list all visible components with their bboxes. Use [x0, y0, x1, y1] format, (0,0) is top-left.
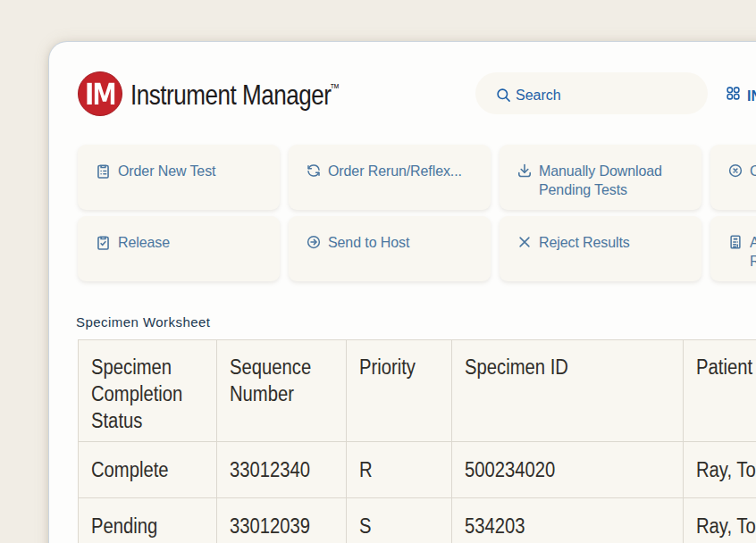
svg-text:Instrument Manager: Instrument Manager — [130, 79, 332, 110]
svg-text:™: ™ — [330, 81, 340, 95]
